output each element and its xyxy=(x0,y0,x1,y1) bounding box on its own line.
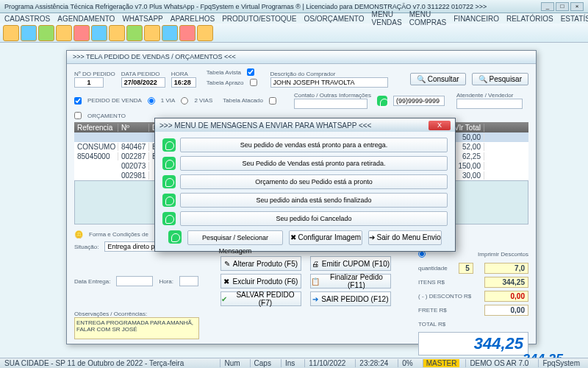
wa-config-button[interactable]: ✖ Configurar Imagem xyxy=(289,230,362,245)
data-entrega-input[interactable] xyxy=(116,276,153,286)
menu-item[interactable]: RELATÓRIOS xyxy=(506,15,553,23)
whatsapp-modal: >>> MENU DE MENSAGENS A ENVIAR PARA WHAT… xyxy=(154,118,456,252)
status-caps: Caps xyxy=(250,359,275,367)
wa-pesquisar-button[interactable]: Pesquisar / Selecionar Mensagem xyxy=(187,230,283,245)
wa-msg-button[interactable]: Seu pedido foi Cancelado xyxy=(180,211,448,226)
wa-title: >>> MENU DE MENSAGENS A ENVIAR PARA WHAT… xyxy=(159,121,371,130)
wa-msg-button[interactable]: Seu pedido ainda está sendo finalizado xyxy=(180,193,448,208)
toolbar-icon[interactable] xyxy=(3,25,19,41)
finalizar-button[interactable]: 📋Finalizar Pedido (F11) xyxy=(310,274,391,289)
qtd-count: 5 xyxy=(459,263,473,274)
status-brand: FpqSystem xyxy=(538,359,584,367)
close-button[interactable]: × xyxy=(570,2,584,11)
menu-item[interactable]: AGENDAMENTO xyxy=(57,15,115,23)
search-icon: 🔍 xyxy=(417,75,426,83)
consultar-button[interactable]: 🔍Consultar xyxy=(410,73,466,85)
toolbar-icon[interactable] xyxy=(91,25,107,41)
status-pct: 0% xyxy=(398,359,416,367)
toolbar-icon[interactable] xyxy=(38,25,54,41)
status-num: Num xyxy=(220,359,243,367)
tabela-aprazo-check[interactable] xyxy=(250,79,257,86)
pv-label: PEDIDO DE VENDA xyxy=(87,97,142,104)
forma-label: Forma e Condições de xyxy=(89,231,148,238)
status-date: 11/10/2022 xyxy=(304,359,349,367)
tabela-atacado-check[interactable] xyxy=(269,97,276,105)
hora-entrega-label: Hora: xyxy=(159,278,173,285)
menu-item[interactable]: CADASTROS xyxy=(4,15,50,23)
hora-input[interactable] xyxy=(171,77,196,88)
alterar-button[interactable]: ✎Alterar Produto (F5) xyxy=(220,256,301,271)
wa-msg-button[interactable]: Seu Pedido de Vendas está pronto para re… xyxy=(180,156,448,171)
atendente-label: Atendente / Vendedor xyxy=(456,92,523,99)
exit-icon: ➔ xyxy=(369,233,375,241)
qtd-value: 7,0 xyxy=(484,263,528,274)
num-pedido-input[interactable] xyxy=(74,77,104,88)
toolbar-icon[interactable] xyxy=(144,25,160,41)
toolbar-icon[interactable] xyxy=(179,25,196,41)
maximize-button[interactable]: □ xyxy=(556,2,569,11)
menu-item[interactable]: PRODUTO/ESTOQUE xyxy=(222,15,296,23)
exit-icon: ➔ xyxy=(312,295,318,303)
status-time: 23:28:24 xyxy=(355,359,392,367)
app-title: Programa Assistência Técnica Refrigeraçã… xyxy=(4,3,487,10)
hora-entrega-input[interactable] xyxy=(179,276,198,286)
modal-close-button[interactable]: X xyxy=(429,121,451,130)
toolbar-icon[interactable] xyxy=(109,25,125,41)
menu-item[interactable]: APARELHOS xyxy=(171,15,215,23)
orc-label: ORÇAMENTO xyxy=(87,113,126,119)
menu-item[interactable]: MENU VENDAS xyxy=(372,10,402,26)
menu-item[interactable]: OS/ORÇAMENTO xyxy=(304,15,365,23)
data-input[interactable] xyxy=(121,77,165,88)
via2-radio[interactable] xyxy=(181,97,188,105)
whatsapp-icon[interactable] xyxy=(377,96,387,106)
orcamento-check[interactable] xyxy=(74,112,82,119)
minimize-button[interactable]: _ xyxy=(541,2,554,11)
toolbar-icon[interactable] xyxy=(197,25,213,41)
hora-label: HORA xyxy=(171,71,196,77)
delete-icon: ✖ xyxy=(223,277,229,286)
edit-icon: ✎ xyxy=(224,260,230,268)
menu-item[interactable]: FINANCEIRO xyxy=(453,15,499,23)
desconto-value: 0,00 xyxy=(484,291,528,302)
toolbar-icon[interactable] xyxy=(162,25,178,41)
obs-text[interactable]: ENTREGA PROGRAMADA PARA AMANHÃ, FALAR CO… xyxy=(74,317,199,339)
toolbar-icon[interactable] xyxy=(126,25,143,41)
via1-radio[interactable] xyxy=(148,97,155,105)
whatsapp-icon xyxy=(162,194,176,207)
print-icon: 🖨 xyxy=(312,260,319,268)
pedido-venda-check[interactable] xyxy=(74,97,82,105)
menu-item[interactable]: WHATSAPP xyxy=(122,15,162,23)
whatsapp-icon xyxy=(162,175,176,188)
whatsapp-icon xyxy=(162,157,176,170)
pedido-title: >>> TELA PEDIDO DE VENDAS / ORÇAMENTOS <… xyxy=(67,51,536,64)
wa-msg-button[interactable]: Seu pedido de vendas está pronto para a … xyxy=(180,138,448,152)
status-ins: Ins xyxy=(281,359,298,367)
fone-input[interactable] xyxy=(393,96,445,106)
pesquisar-button[interactable]: 🔍Pesquisar xyxy=(472,73,528,85)
menu-item[interactable]: ESTATÍSTICA xyxy=(561,15,588,23)
search-icon: 🔍 xyxy=(478,75,487,83)
salvar-button[interactable]: ✔SALVAR PEDIDO (F7) xyxy=(220,291,301,306)
comprador-input[interactable] xyxy=(270,77,388,88)
atendente-input[interactable] xyxy=(456,99,523,109)
toolbar-icon[interactable] xyxy=(56,25,72,41)
wa-sair-button[interactable]: ➔ Sair do Menu Envio xyxy=(368,230,442,245)
toolbar-icon[interactable] xyxy=(74,25,90,41)
check-icon: ✔ xyxy=(221,295,227,303)
contato-input[interactable] xyxy=(294,99,368,109)
app-titlebar: Programa Assistência Técnica Refrigeraçã… xyxy=(0,0,588,13)
cupom-button[interactable]: 🖨Emitir CUPOM (F10) xyxy=(310,256,391,271)
sair-button[interactable]: ➔SAIR PEDIDO (F12) xyxy=(310,291,391,306)
toolbar-icon[interactable] xyxy=(21,25,37,41)
main-menu: CADASTROS AGENDAMENTO WHATSAPP APARELHOS… xyxy=(0,13,588,24)
tabela-avista-check[interactable] xyxy=(247,68,254,76)
menu-item[interactable]: MENU COMPRAS xyxy=(409,10,447,26)
wa-msg-button[interactable]: Orçamento do seu Pedido está a pronto xyxy=(180,174,448,189)
gear-icon: ✖ xyxy=(290,233,296,241)
tabela-avista-label: Tabela Avista xyxy=(207,69,241,76)
tabela-atacado-label: Tabela Atacado xyxy=(223,97,263,104)
whatsapp-icon xyxy=(162,138,176,152)
excluir-button[interactable]: ✖Excluir Produto (F6) xyxy=(220,274,301,289)
status-master: MASTER xyxy=(423,359,460,367)
coin-icon: 🪙 xyxy=(74,230,83,238)
